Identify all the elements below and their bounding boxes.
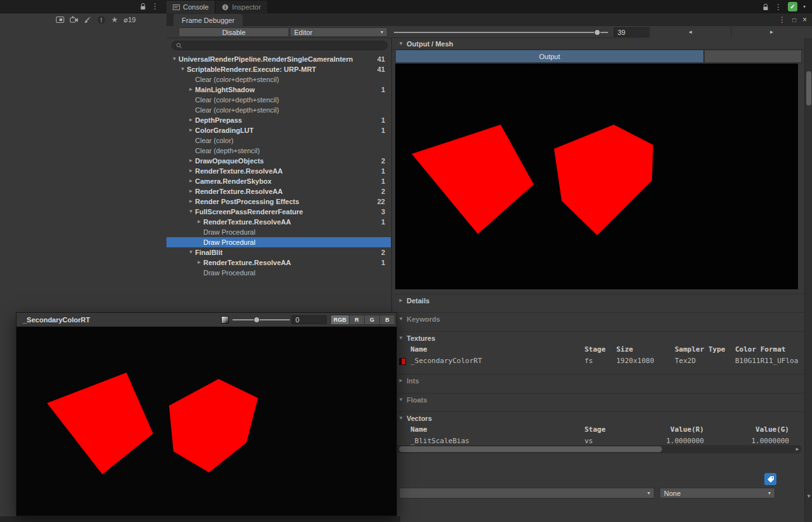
vertical-scrollbar[interactable]: ▼ <box>804 38 812 522</box>
texture-row[interactable]: _SecondaryColorRTfs1920x1080Tex2DB10G11R… <box>393 355 804 367</box>
exposure-field[interactable]: 0 <box>292 315 327 324</box>
channel-button-r[interactable]: R <box>349 315 365 325</box>
foldout-closed-icon[interactable]: ► <box>187 115 195 125</box>
foldout-closed-icon[interactable]: ► <box>187 85 195 95</box>
foldout-closed-icon[interactable]: ► <box>187 176 195 186</box>
target-dropdown[interactable]: Editor ▾ <box>290 27 388 37</box>
tree-item[interactable]: ▼ScriptableRenderer.Execute: URP-MRT41 <box>166 64 391 74</box>
frame-slider[interactable] <box>394 26 608 38</box>
exposure-slider[interactable] <box>233 314 290 326</box>
tab-console[interactable]: Console <box>166 1 215 13</box>
lock-icon[interactable] <box>140 3 146 10</box>
tree-item[interactable]: Draw Procedural <box>166 268 391 278</box>
scrollbar-thumb[interactable] <box>806 71 811 106</box>
foldout-open-icon[interactable]: ▼ <box>398 41 404 46</box>
none-dropdown[interactable]: None ▾ <box>660 488 775 498</box>
scrollbar-thumb[interactable] <box>399 446 662 452</box>
foldout-open-icon[interactable]: ▼ <box>398 316 404 322</box>
slider-handle[interactable] <box>254 317 260 323</box>
foldout-closed-icon[interactable]: ► <box>398 378 404 383</box>
tree-item[interactable]: ▼FinalBlit2 <box>166 247 391 258</box>
tree-item[interactable]: ►Camera.RenderSkybox1 <box>166 176 391 186</box>
tree-item[interactable]: ▼FullScreenPassRendererFeature3 <box>166 207 391 217</box>
kebab-menu-icon[interactable]: ⋮ <box>151 3 159 10</box>
next-frame-button[interactable]: ► <box>731 26 812 38</box>
kebab-menu-icon[interactable]: ⋮ <box>778 16 786 24</box>
tree-item[interactable]: ►DrawOpaqueObjects2 <box>166 156 391 166</box>
foldout-closed-icon[interactable]: ► <box>195 258 203 268</box>
textures-section-header[interactable]: ▼ Textures <box>393 331 804 344</box>
kebab-menu-icon[interactable]: ⋮ <box>775 3 782 11</box>
tree-item[interactable]: ►DepthPrepass1 <box>166 115 391 125</box>
keywords-section-header[interactable]: ▼ Keywords <box>393 312 804 325</box>
output-mesh-header[interactable]: ▼ Output / Mesh <box>393 38 804 50</box>
ints-section-header[interactable]: ► Ints <box>393 374 804 387</box>
foldout-closed-icon[interactable]: ► <box>195 217 203 227</box>
foldout-open-icon[interactable]: ▼ <box>398 397 404 402</box>
texture-preview-image[interactable] <box>17 327 396 516</box>
brush-icon[interactable] <box>84 16 91 24</box>
tag-button[interactable] <box>764 473 776 485</box>
tree-item[interactable]: Clear (color+depth+stencil) <box>166 74 391 85</box>
channel-button-b[interactable]: B <box>380 315 395 325</box>
frame-number-field[interactable]: 39 <box>614 27 649 37</box>
foldout-open-icon[interactable]: ▼ <box>187 207 195 217</box>
tab-mesh[interactable] <box>704 50 802 63</box>
foldout-closed-icon[interactable]: ► <box>187 186 195 196</box>
search-input[interactable] <box>172 41 388 50</box>
tree-item[interactable]: ►RenderTexture.ResolveAA1 <box>166 258 391 268</box>
tree-item[interactable]: Clear (color+depth+stencil) <box>166 105 391 115</box>
tree-item[interactable]: ►RenderTexture.ResolveAA2 <box>166 186 391 196</box>
scroll-right-icon[interactable]: ► <box>795 446 800 452</box>
star-icon[interactable]: ★ <box>111 15 118 24</box>
channel-button-rgb[interactable]: RGB <box>330 315 349 325</box>
tree-item[interactable]: Draw Procedural <box>166 227 391 237</box>
slider-handle[interactable] <box>594 29 600 36</box>
tree-item[interactable]: ►MainLightShadow1 <box>166 85 391 95</box>
foldout-closed-icon[interactable]: ► <box>187 125 195 135</box>
foldout-open-icon[interactable]: ▼ <box>170 54 179 64</box>
tree-item[interactable]: ►RenderTexture.ResolveAA1 <box>166 166 391 176</box>
previous-frame-button[interactable]: ◄ <box>649 26 731 38</box>
foldout-closed-icon[interactable]: ► <box>187 196 195 207</box>
shader-dropdown[interactable]: ▾ <box>399 488 654 498</box>
foldout-open-icon[interactable]: ▼ <box>398 415 404 421</box>
foldout-open-icon[interactable]: ▼ <box>187 247 195 258</box>
tree-item[interactable]: Clear (depth+stencil) <box>166 146 391 156</box>
floats-section-header[interactable]: ▼ Floats <box>393 393 804 406</box>
tree-item[interactable]: Clear (color+depth+stencil) <box>166 95 391 105</box>
vectors-section-header[interactable]: ▼ Vectors <box>393 411 804 424</box>
scroll-down-icon[interactable]: ▼ <box>805 493 812 499</box>
camera-icon[interactable] <box>70 16 78 24</box>
texture-preview-titlebar[interactable]: _SecondaryColorRT 0 RGBRGB <box>17 313 396 327</box>
tree-item[interactable]: ►Render PostProcessing Effects22 <box>166 196 391 207</box>
close-icon[interactable]: × <box>802 15 807 24</box>
tree-item[interactable]: Clear (color) <box>166 135 391 146</box>
foldout-open-icon[interactable]: ▼ <box>179 64 187 74</box>
foldout-closed-icon[interactable]: ► <box>187 166 195 176</box>
picture-icon[interactable] <box>56 16 64 24</box>
slider-track[interactable] <box>394 32 608 33</box>
foldout-closed-icon[interactable]: ► <box>398 298 404 303</box>
details-section-header[interactable]: ► Details <box>393 294 804 306</box>
slider-track[interactable] <box>233 319 290 320</box>
vector-row[interactable]: _BlitScaleBiasvs1.00000001.0000000 <box>393 436 804 445</box>
maximize-icon[interactable]: □ <box>792 17 796 24</box>
collab-status-icon[interactable]: ✓ <box>788 2 797 11</box>
channel-button-g[interactable]: G <box>365 315 380 325</box>
tree-item[interactable]: ►ColorGradingLUT1 <box>166 125 391 135</box>
foldout-closed-icon[interactable]: ► <box>187 156 195 166</box>
tab-frame-debugger[interactable]: Frame Debugger <box>173 14 243 26</box>
tree-item[interactable]: ▼UniversalRenderPipeline.RenderSingleCam… <box>166 54 391 64</box>
tab-inspector[interactable]: Inspector <box>215 1 267 13</box>
foldout-open-icon[interactable]: ▼ <box>398 335 404 341</box>
tree-item[interactable]: Draw Procedural <box>166 237 391 247</box>
output-preview[interactable] <box>395 64 798 289</box>
warning-icon[interactable] <box>97 16 105 24</box>
caret-down-icon[interactable]: ▾ <box>803 4 806 10</box>
tree-item[interactable]: ►RenderTexture.ResolveAA1 <box>166 217 391 227</box>
gradient-icon[interactable] <box>221 316 229 324</box>
horizontal-scrollbar[interactable]: ► <box>395 445 802 453</box>
lock-icon[interactable] <box>762 3 769 11</box>
tab-output[interactable]: Output <box>395 50 704 63</box>
